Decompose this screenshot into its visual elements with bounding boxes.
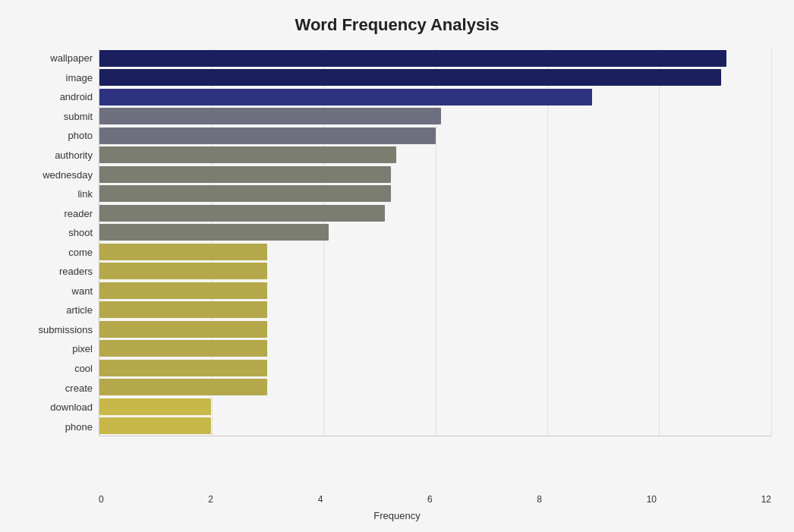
y-label: authority <box>55 146 93 165</box>
bar <box>99 282 267 299</box>
bar <box>99 301 267 318</box>
bar <box>99 417 211 434</box>
bar <box>99 224 329 241</box>
chart-area: wallpaperimageandroidsubmitphotoauthorit… <box>23 49 771 436</box>
bar-row <box>99 358 771 378</box>
y-label: image <box>66 68 93 88</box>
bar-row <box>99 49 771 68</box>
x-tick-label: 12 <box>761 494 771 505</box>
y-label: phone <box>65 417 93 436</box>
x-tick-label: 0 <box>99 494 104 505</box>
chart-title: Word Frequency Analysis <box>23 15 771 35</box>
y-label: readers <box>59 262 93 282</box>
bar <box>99 263 267 279</box>
bar <box>99 398 211 415</box>
bar <box>99 185 391 202</box>
y-label: submissions <box>38 320 93 340</box>
bar <box>99 108 441 124</box>
y-label: reader <box>64 203 93 223</box>
x-tick-label: 2 <box>208 494 213 505</box>
y-label: android <box>60 87 93 107</box>
bar-row <box>99 203 771 223</box>
bar-row <box>99 126 771 146</box>
y-label: pixel <box>72 339 93 359</box>
bar-row <box>99 87 771 107</box>
y-label: link <box>77 184 93 204</box>
bar <box>99 166 391 183</box>
y-label: come <box>68 242 93 262</box>
bar <box>99 360 267 376</box>
bar <box>99 146 396 163</box>
x-tick-label: 8 <box>537 494 542 505</box>
bar-row <box>99 262 771 282</box>
bar-row <box>99 165 771 184</box>
y-label: cool <box>74 359 93 379</box>
bar <box>99 205 385 222</box>
bar <box>99 89 592 105</box>
bar-row <box>99 320 771 339</box>
x-axis-title: Frequency <box>373 510 420 521</box>
bar-row <box>99 378 771 398</box>
bar <box>99 340 267 357</box>
x-tick-label: 6 <box>427 494 433 505</box>
bar <box>99 244 267 260</box>
bar-row <box>99 417 771 436</box>
bar <box>99 321 267 338</box>
x-axis: 024681012 <box>99 494 771 505</box>
y-label: wallpaper <box>50 49 93 68</box>
bar-row <box>99 242 771 262</box>
y-label: want <box>72 282 93 301</box>
bar <box>99 69 721 86</box>
y-label: wednesday <box>43 165 93 184</box>
bar-row <box>99 301 771 320</box>
y-label: submit <box>64 107 93 127</box>
bar-row <box>99 184 771 204</box>
bar-row <box>99 339 771 359</box>
y-label: download <box>50 398 93 417</box>
y-axis: wallpaperimageandroidsubmitphotoauthorit… <box>23 49 99 436</box>
bar <box>99 379 267 395</box>
chart-container: Word Frequency Analysis wallpaperimagean… <box>0 0 794 532</box>
y-label: create <box>65 378 93 398</box>
bar-row <box>99 397 771 417</box>
bar-row <box>99 281 771 301</box>
bar-row <box>99 223 771 243</box>
bar-row <box>99 68 771 88</box>
y-label: photo <box>68 126 93 146</box>
grid-line <box>771 49 772 436</box>
bar <box>99 50 726 67</box>
y-label: article <box>66 301 93 320</box>
bar <box>99 127 436 144</box>
x-tick-label: 4 <box>318 494 323 505</box>
bar-row <box>99 107 771 127</box>
bars-area <box>99 49 771 436</box>
bar-row <box>99 146 771 165</box>
y-label: shoot <box>68 223 93 243</box>
x-tick-label: 10 <box>647 494 657 505</box>
